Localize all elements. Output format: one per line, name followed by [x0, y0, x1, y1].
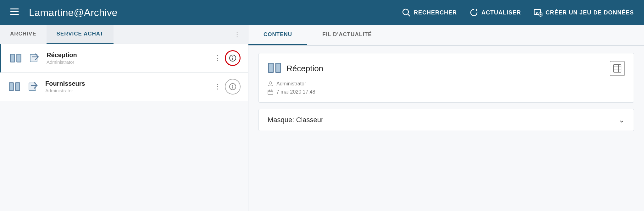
search-action[interactable]: RECHERCHER: [402, 8, 457, 17]
svg-rect-1: [10, 11, 19, 12]
fournisseurs-content: Fournisseurs Administrator: [45, 80, 209, 93]
fournisseurs-title: Fournisseurs: [45, 80, 209, 87]
reception-info-button[interactable]: [225, 50, 241, 66]
svg-point-3: [403, 9, 408, 15]
svg-rect-24: [16, 83, 19, 90]
create-dataset-label: CRÉER UN JEU DE DONNÉES: [546, 9, 634, 16]
tabs-more-icon[interactable]: ⋮: [234, 25, 248, 44]
svg-rect-25: [29, 83, 36, 90]
reception-actions: ⋮: [214, 50, 241, 66]
detail-header: Réception: [268, 61, 625, 76]
svg-rect-13: [11, 55, 14, 62]
main-layout: ARCHIVE SERVICE ACHAT ⋮: [0, 25, 644, 211]
tab-service-achat[interactable]: SERVICE ACHAT: [47, 25, 114, 44]
detail-folder-icon: [268, 61, 281, 76]
header: Lamartine@Archive RECHERCHER ACTUALISER: [0, 0, 644, 25]
svg-point-39: [269, 82, 272, 84]
list-item-reception[interactable]: Réception Administrator ⋮: [0, 44, 248, 73]
create-dataset-action[interactable]: CRÉER UN JEU DE DONNÉES: [534, 8, 634, 17]
search-label: RECHERCHER: [414, 9, 457, 16]
refresh-label: ACTUALISER: [481, 9, 521, 16]
chevron-down-icon: ⌄: [619, 116, 625, 124]
svg-rect-34: [613, 65, 621, 72]
fournisseurs-more-icon[interactable]: ⋮: [214, 83, 221, 90]
reception-folder-icon: [9, 51, 23, 65]
svg-rect-2: [10, 14, 19, 15]
tab-contenu[interactable]: CONTENU: [248, 25, 307, 45]
detail-date-row: 7 mai 2020 17:48: [268, 89, 625, 95]
svg-rect-31: [269, 64, 273, 72]
fournisseurs-actions: ⋮: [214, 79, 241, 95]
detail-title: Réception: [286, 64, 605, 73]
svg-rect-33: [276, 64, 280, 72]
refresh-action[interactable]: ACTUALISER: [469, 8, 521, 17]
left-panel: ARCHIVE SERVICE ACHAT ⋮: [0, 25, 248, 211]
header-actions: RECHERCHER ACTUALISER CRÉER UN JEU DE DO…: [402, 8, 634, 17]
masque-section[interactable]: Masque: Classeur ⌄: [258, 109, 634, 131]
detail-card: Réception: [258, 53, 634, 103]
app-title: Lamartine@Archive: [29, 7, 394, 19]
reception-content: Réception Administrator: [47, 51, 209, 65]
svg-rect-22: [10, 83, 13, 90]
reception-more-icon[interactable]: ⋮: [214, 55, 221, 62]
fournisseurs-entry-icon: [26, 80, 40, 94]
detail-meta: Administrator 7 mai 2020 17:48: [268, 81, 625, 95]
list-item-fournisseurs[interactable]: Fournisseurs Administrator ⋮: [0, 73, 248, 101]
svg-line-4: [408, 14, 410, 16]
calendar-icon: [268, 89, 273, 95]
reception-title: Réception: [47, 51, 209, 59]
reception-subtitle: Administrator: [47, 59, 209, 65]
reception-entry-icon: [28, 51, 42, 65]
svg-rect-16: [30, 54, 37, 62]
right-panel: CONTENU FIL D'ACTUALITÉ Réception: [248, 25, 644, 211]
fournisseurs-folder-icon: [8, 80, 21, 94]
svg-rect-0: [10, 8, 19, 9]
right-tabs: CONTENU FIL D'ACTUALITÉ: [248, 25, 644, 46]
detail-user: Administrator: [276, 81, 306, 87]
right-content: Réception: [248, 46, 644, 211]
detail-date: 7 mai 2020 17:48: [276, 89, 315, 95]
svg-rect-15: [17, 55, 20, 62]
user-icon: [268, 81, 273, 87]
left-tabs: ARCHIVE SERVICE ACHAT ⋮: [0, 25, 248, 44]
detail-user-row: Administrator: [268, 81, 625, 87]
detail-table-view-button[interactable]: [610, 61, 625, 76]
tab-fil-actualite[interactable]: FIL D'ACTUALITÉ: [307, 25, 387, 45]
fournisseurs-subtitle: Administrator: [45, 88, 209, 93]
menu-icon[interactable]: [10, 8, 19, 18]
masque-label: Masque: Classeur: [268, 116, 323, 124]
fournisseurs-info-button[interactable]: [225, 79, 241, 95]
tab-archive[interactable]: ARCHIVE: [0, 25, 47, 44]
